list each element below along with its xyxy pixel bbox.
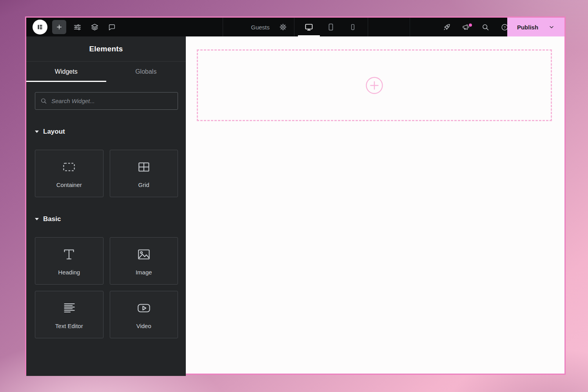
widget-label: Video [136,323,151,329]
widget-card-grid[interactable]: Grid [110,150,178,197]
heading-icon [61,246,77,263]
container-icon [61,159,77,175]
panel-body: Layout Container Grid [26,82,186,338]
site-settings-button[interactable] [71,20,83,34]
widget-label: Heading [58,269,80,276]
widget-label: Container [56,181,82,188]
checklist-button[interactable] [441,20,453,34]
svg-text:?: ? [503,25,505,29]
chevron-down-icon [548,24,555,30]
finder-search-button[interactable] [479,20,492,34]
notification-dot [469,24,472,27]
editor-canvas [186,36,564,374]
text-editor-icon [61,300,77,316]
device-tablet-button[interactable] [325,18,337,36]
elementor-logo-icon [36,23,44,31]
add-element-button[interactable] [52,20,66,34]
layers-icon [91,23,99,31]
layout-widget-grid: Container Grid [35,150,178,197]
gear-icon [279,23,287,31]
video-icon [136,300,152,316]
widget-card-image[interactable]: Image [110,237,178,285]
search-icon [481,23,490,31]
add-section-drop-zone[interactable] [197,49,552,121]
page-settings-button[interactable] [278,20,288,34]
plus-circle-icon [365,76,383,94]
widget-label: Text Editor [55,323,83,329]
grid-icon [136,159,152,175]
desktop-monitor-icon [304,22,314,32]
toolbar-divider [368,18,368,36]
rocket-icon [443,23,451,31]
elementor-menu-button[interactable] [33,20,47,34]
toolbar-divider [223,18,223,36]
notes-button[interactable] [105,20,118,34]
device-desktop-button[interactable] [303,18,315,36]
toolbar-divider [294,18,294,36]
widget-card-heading[interactable]: Heading [35,237,103,285]
structure-button[interactable] [88,20,101,34]
section-title: Basic [43,215,61,223]
basic-widget-grid: Heading Image Text Editor [35,237,178,338]
toolbar-left-group [33,18,118,36]
toolbar-divider [410,18,410,36]
publish-label: Publish [517,24,538,31]
tablet-icon [327,23,335,31]
widget-label: Image [136,269,152,276]
desktop-background: { "toolbar": { "guests_label": "Guests",… [0,0,588,392]
comment-icon [108,23,116,31]
widget-search-input[interactable] [51,98,172,104]
publish-button[interactable]: Publish [507,18,564,36]
add-section-button[interactable] [365,76,383,94]
tab-widgets[interactable]: Widgets [26,62,106,82]
search-icon [40,98,47,104]
panel-header: Elements [26,36,186,62]
whats-new-button[interactable] [460,20,472,34]
document-title: Guests [251,24,270,31]
tab-globals[interactable]: Globals [106,62,186,82]
caret-down-icon [35,218,39,220]
panel-title: Elements [89,45,123,53]
sliders-icon [73,23,82,31]
section-header-layout[interactable]: Layout [35,128,178,136]
document-settings-group: Guests [243,18,296,36]
elements-panel: Elements Widgets Globals Layout [26,36,186,376]
device-mobile-button[interactable] [347,18,359,36]
mobile-icon [349,23,357,31]
top-toolbar: Guests [26,18,564,36]
widget-card-video[interactable]: Video [110,291,178,338]
image-icon [136,246,152,263]
plus-icon [55,23,63,31]
elementor-editor-window: Guests [25,16,566,375]
section-header-basic[interactable]: Basic [35,215,178,223]
widget-card-text-editor[interactable]: Text Editor [35,291,103,338]
widget-label: Grid [138,181,149,188]
widget-card-container[interactable]: Container [35,150,103,197]
section-title: Layout [43,128,65,136]
caret-down-icon [35,131,39,133]
panel-tabs: Widgets Globals [26,62,186,82]
responsive-mode-group [303,18,359,36]
widget-search-box [35,92,178,110]
